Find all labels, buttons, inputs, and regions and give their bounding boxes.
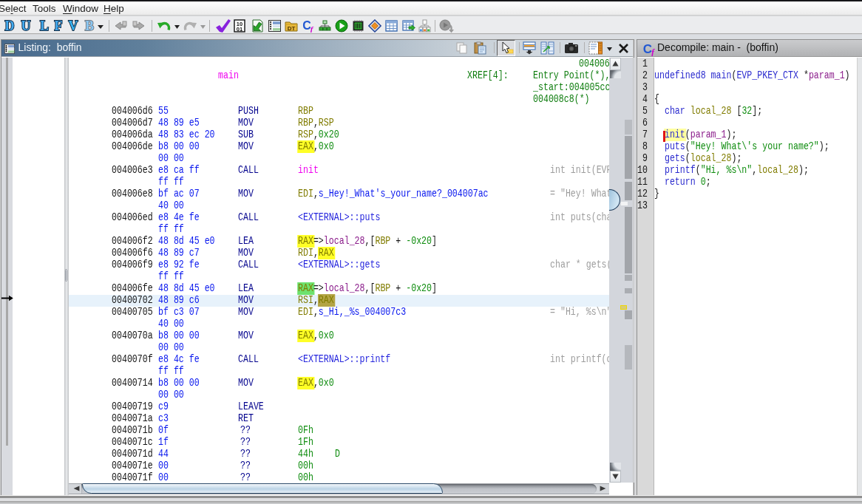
svg-text:B: B	[85, 18, 94, 33]
svg-text:01: 01	[237, 26, 242, 33]
svg-text:F: F	[55, 18, 63, 33]
svg-text:f: f	[310, 24, 314, 33]
svg-text:L: L	[39, 18, 48, 33]
svg-text:V: V	[68, 18, 78, 33]
svg-text:DT: DT	[288, 25, 296, 32]
svg-text:U: U	[21, 18, 30, 33]
svg-text:f: f	[651, 47, 655, 56]
svg-text:D: D	[5, 18, 15, 33]
